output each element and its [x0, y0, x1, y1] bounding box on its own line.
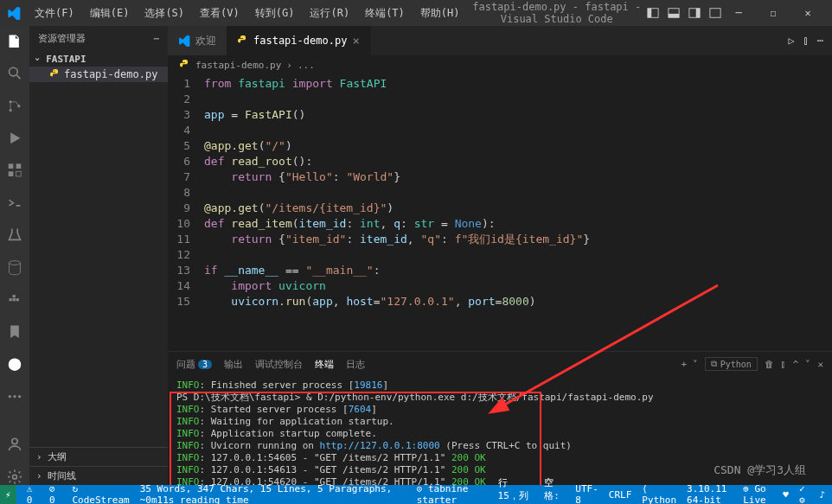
svg-rect-6: [710, 9, 720, 18]
tab-welcome[interactable]: 欢迎: [168, 26, 227, 55]
vscode-logo-icon: [7, 6, 21, 20]
titlebar: 文件(F) 编辑(E) 选择(S) 查看(V) 转到(G) 运行(R) 终端(T…: [0, 0, 832, 26]
menu-terminal[interactable]: 终端(T): [358, 3, 412, 24]
menu-file[interactable]: 文件(F): [28, 3, 81, 24]
code-editor[interactable]: 123456789101112131415 from fastapi impor…: [168, 74, 832, 351]
vscode-tab-icon: [178, 35, 190, 47]
svg-rect-13: [9, 172, 14, 177]
status-tabnine[interactable]: ⊙ tabnine starter: [417, 483, 488, 504]
extensions-icon[interactable]: [6, 162, 23, 178]
status-indent[interactable]: 空格: 4: [544, 476, 565, 505]
source-control-icon[interactable]: [6, 98, 23, 114]
panel-tab-terminal[interactable]: 终端: [315, 358, 334, 371]
remote-indicator[interactable]: ⚡: [0, 485, 16, 504]
status-eol[interactable]: CRLF: [609, 476, 632, 505]
settings-gear-icon[interactable]: [6, 469, 23, 485]
sidebar-more-icon[interactable]: ⋯: [153, 33, 159, 44]
menu-view[interactable]: 查看(V): [193, 3, 246, 24]
testing-icon[interactable]: [6, 226, 23, 243]
sidebar-title: 资源管理器: [38, 32, 86, 45]
status-golive[interactable]: ⊕ Go Live: [743, 476, 772, 505]
split-editor-icon[interactable]: ⫿: [803, 35, 809, 47]
split-terminal-icon[interactable]: ⫿: [781, 359, 786, 370]
panel-maximize-icon[interactable]: ^: [793, 359, 799, 370]
explorer-icon[interactable]: [6, 33, 23, 49]
panel-chevron-icon[interactable]: ˅: [805, 359, 810, 370]
panel-tab-ports[interactable]: 日志: [346, 358, 365, 371]
status-cursor[interactable]: 行 15，列 50: [498, 476, 534, 505]
status-errors[interactable]: ⚠ 0: [27, 483, 39, 504]
status-wordcount: 35 Words, 347 Chars, 15 Lines, 5 Paragra…: [140, 483, 406, 504]
more-icon[interactable]: [6, 388, 23, 405]
menu-selection[interactable]: 选择(S): [138, 3, 191, 24]
status-python-version[interactable]: 3.10.11 64-bit: [687, 476, 733, 505]
status-codestream[interactable]: ↻ CodeStream: [73, 483, 130, 504]
close-tab-icon[interactable]: ×: [352, 34, 359, 48]
outline-section[interactable]: › 大纲: [29, 447, 168, 466]
breadcrumb-file-icon: [180, 60, 190, 70]
minimize-button[interactable]: ─: [721, 0, 756, 26]
database-icon[interactable]: [6, 259, 23, 276]
menu-go[interactable]: 转到(G): [248, 3, 302, 24]
panel-tab-output[interactable]: 输出: [224, 358, 243, 371]
svg-rect-11: [9, 164, 14, 169]
main-menu: 文件(F) 编辑(E) 选择(S) 查看(V) 转到(G) 运行(R) 终端(T…: [28, 3, 467, 24]
timeline-section[interactable]: › 时间线: [29, 466, 168, 485]
status-language[interactable]: ⟨ Python: [642, 476, 676, 505]
python-file-icon: [50, 69, 61, 80]
layout-left-icon[interactable]: [647, 7, 659, 19]
sidebar: 资源管理器 ⋯ › FASTAPI fastapi-demo.py › 大纲 ›…: [29, 26, 168, 485]
layout-right-icon[interactable]: [688, 7, 701, 19]
svg-rect-19: [13, 295, 16, 297]
svg-point-8: [10, 100, 12, 103]
svg-point-23: [18, 395, 21, 398]
close-button[interactable]: ✕: [790, 0, 825, 26]
svg-rect-1: [648, 9, 651, 18]
activity-bar: [0, 26, 29, 485]
svg-rect-14: [16, 172, 22, 177]
bookmark-icon[interactable]: [6, 323, 23, 340]
status-warnings[interactable]: ⊘ 0: [49, 483, 61, 504]
menu-run[interactable]: 运行(R): [303, 3, 356, 24]
tab-more-icon[interactable]: ⋯: [817, 35, 823, 47]
svg-rect-12: [16, 164, 22, 169]
file-item[interactable]: fastapi-demo.py: [29, 67, 168, 82]
panel-tab-problems[interactable]: 问题3: [176, 358, 212, 371]
file-name: fastapi-demo.py: [64, 68, 157, 80]
status-encoding[interactable]: UTF-8: [575, 476, 598, 505]
terminal-shell-select[interactable]: ⧉ Python: [705, 357, 758, 371]
run-file-icon[interactable]: ▷: [789, 35, 795, 47]
status-bar: ⚡ ⚠ 0 ⊘ 0 ↻ CodeStream 35 Words, 347 Cha…: [0, 485, 832, 504]
kill-terminal-icon[interactable]: 🗑: [765, 359, 774, 370]
svg-point-9: [10, 109, 12, 112]
layout-grid-icon[interactable]: [709, 7, 721, 19]
svg-point-7: [10, 68, 18, 77]
tab-fastapi-demo[interactable]: fastapi-demo.py ×: [227, 26, 371, 55]
svg-rect-3: [669, 14, 679, 17]
svg-point-24: [12, 439, 17, 444]
svg-rect-17: [13, 298, 16, 301]
panel-close-icon[interactable]: ✕: [817, 359, 823, 370]
maximize-button[interactable]: ☐: [756, 0, 790, 26]
folder-name[interactable]: › FASTAPI: [29, 52, 168, 67]
account-icon[interactable]: [6, 436, 23, 452]
svg-point-20: [9, 358, 22, 371]
panel-tab-debug[interactable]: 调试控制台: [255, 358, 303, 371]
breadcrumb[interactable]: fastapi-demo.py › ...: [168, 55, 832, 74]
new-terminal-icon[interactable]: + ˅: [681, 359, 697, 370]
comment-icon[interactable]: [6, 356, 23, 373]
status-bell-icon[interactable]: ♪: [819, 476, 825, 505]
status-prettier[interactable]: ♥: [783, 476, 789, 505]
run-debug-icon[interactable]: [6, 130, 23, 146]
menu-edit[interactable]: 编辑(E): [83, 3, 137, 24]
layout-bottom-icon[interactable]: [668, 7, 680, 19]
search-icon[interactable]: [6, 65, 23, 81]
docker-icon[interactable]: [6, 291, 23, 308]
menu-help[interactable]: 帮助(H): [413, 3, 467, 24]
terminal-output[interactable]: INFO: Finished server process [19816]PS …: [168, 376, 832, 485]
remote-icon[interactable]: [6, 195, 23, 211]
bottom-panel: 问题3 输出 调试控制台 终端 日志 + ˅ ⧉ Python 🗑 ⫿ ^ ˅ …: [168, 351, 832, 485]
status-feedback[interactable]: ✓ ⚙: [799, 476, 809, 505]
svg-point-15: [10, 260, 21, 265]
svg-point-21: [9, 395, 11, 398]
